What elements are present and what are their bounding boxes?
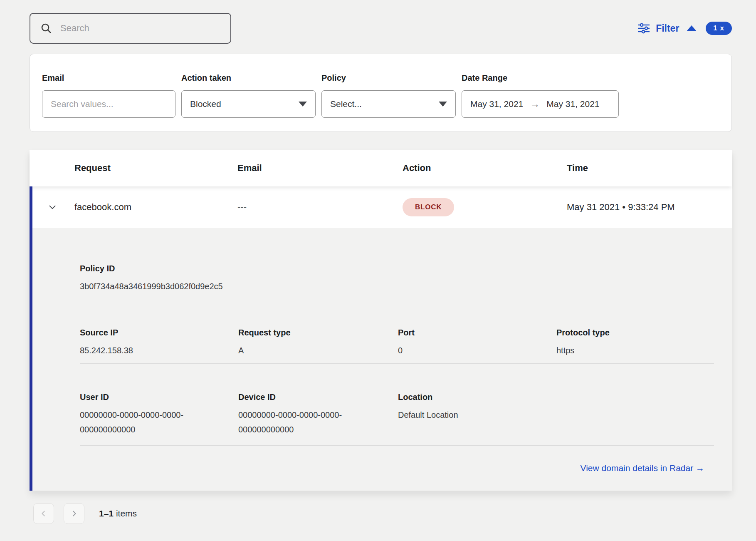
caret-up-icon [687,25,697,31]
row-accent-bar [30,186,32,491]
user-id-label: User ID [80,392,238,402]
chevron-right-icon [69,509,79,518]
items-range: 1–1 [99,509,114,518]
action-block-badge: BLOCK [403,198,454,216]
source-ip-label: Source IP [80,328,238,338]
email-filter-label: Email [42,73,175,83]
policy-id-label: Policy ID [80,263,714,273]
pagination: 1–1 items [33,503,756,524]
row-email: --- [237,202,403,213]
filter-count-badge[interactable]: 1 x [706,22,732,35]
source-ip-value: 85.242.158.38 [80,343,238,358]
policy-value: Select... [330,99,362,109]
chevron-left-icon [39,509,48,518]
date-range-picker[interactable]: May 31, 2021 → May 31, 2021 [462,90,619,118]
email-filter-input[interactable] [42,91,175,117]
date-range-start: May 31, 2021 [470,99,523,109]
table-row[interactable]: facebook.com --- BLOCK May 31 2021 • 9:3… [30,186,732,228]
device-id-label: Device ID [238,392,398,402]
arrow-right-icon: → [530,98,540,110]
filter-toggle-button[interactable]: Filter 1 x [637,22,732,35]
column-header-request: Request [74,163,237,174]
column-header-action: Action [403,163,567,174]
next-page-button[interactable] [64,503,84,524]
user-id-value: 00000000-0000-0000-0000-000000000000 [80,408,230,437]
table-header-row: Request Email Action Time [30,150,732,186]
chevron-down-icon [47,202,58,213]
collapse-row-button[interactable] [47,202,74,213]
request-type-label: Request type [238,328,398,338]
action-taken-label: Action taken [181,73,316,83]
row-details-panel: Policy ID 3b0f734a48a3461999b3d062f0d9e2… [30,228,732,491]
protocol-type-label: Protocol type [556,328,714,338]
port-label: Port [398,328,556,338]
device-id-value: 00000000-0000-0000-0000-000000000000 [238,408,388,437]
detail-section-identity: User ID 00000000-0000-0000-0000-00000000… [80,364,714,446]
row-time: May 31 2021 • 9:33:24 PM [567,202,732,213]
filter-field-action-taken: Action taken Blocked [181,73,316,132]
filter-field-date-range: Date Range May 31, 2021 → May 31, 2021 [462,73,619,132]
logs-table: Request Email Action Time facebook.com -… [30,150,732,491]
filter-panel: Email Action taken Blocked Policy Select… [30,54,732,132]
detail-section-network: Source IP 85.242.158.38 Request type A P… [80,304,714,364]
protocol-type-value: https [556,343,714,358]
view-domain-radar-link[interactable]: View domain details in Radar → [581,463,704,473]
search-box[interactable] [30,13,231,44]
search-input[interactable] [59,22,220,34]
previous-page-button[interactable] [33,503,54,524]
action-taken-value: Blocked [190,99,221,109]
search-icon [40,22,52,34]
caret-down-icon [439,102,447,107]
sliders-icon [637,22,650,34]
port-value: 0 [398,343,556,358]
policy-select[interactable]: Select... [321,90,456,118]
policy-label: Policy [321,73,456,83]
request-type-value: A [238,343,398,358]
location-value: Default Location [398,408,556,422]
column-header-time: Time [567,163,732,174]
date-range-label: Date Range [462,73,619,83]
filter-field-email: Email [42,73,175,132]
items-label: items [116,509,137,518]
policy-id-value: 3b0f734a48a3461999b3d062f0d9e2c5 [80,279,230,294]
caret-down-icon [299,102,307,107]
column-header-email: Email [237,163,403,174]
email-filter-input-wrap [42,90,175,118]
action-taken-select[interactable]: Blocked [181,90,316,118]
top-toolbar: Filter 1 x [0,0,756,44]
row-request-domain: facebook.com [74,202,237,213]
detail-section-policy: Policy ID 3b0f734a48a3461999b3d062f0d9e2… [80,228,714,304]
detail-section-link: View domain details in Radar → [80,446,714,491]
items-count: 1–1 items [99,509,137,519]
filter-field-policy: Policy Select... [321,73,456,132]
date-range-end: May 31, 2021 [546,99,599,109]
location-label: Location [398,392,556,402]
filter-label: Filter [656,23,679,34]
